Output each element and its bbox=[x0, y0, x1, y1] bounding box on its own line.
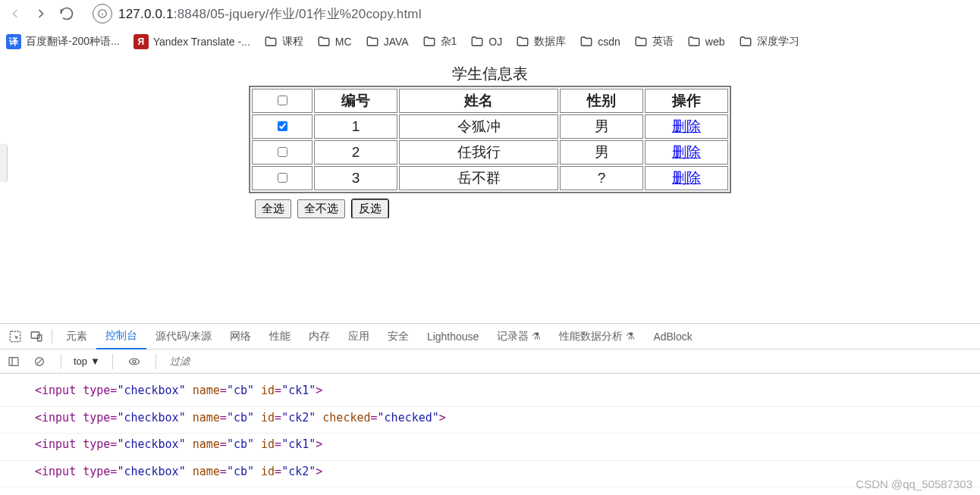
select-all-button[interactable]: 全选 bbox=[255, 199, 291, 218]
url-path: :8848/05-jquery/作业/01作业%20copy.html bbox=[174, 7, 422, 21]
bookmark-item[interactable]: web bbox=[687, 35, 725, 49]
bookmark-label: csdn bbox=[598, 36, 620, 48]
folder-icon bbox=[739, 35, 752, 49]
url-text[interactable]: 127.0.0.1:8848/05-jquery/作业/01作业%20copy.… bbox=[118, 5, 422, 23]
forward-icon[interactable] bbox=[32, 5, 50, 23]
folder-icon bbox=[366, 35, 379, 49]
cell-id: 2 bbox=[314, 140, 397, 164]
folder-icon bbox=[470, 35, 484, 49]
header-name: 姓名 bbox=[399, 89, 558, 113]
table-header-row: 编号 姓名 性别 操作 bbox=[252, 89, 728, 113]
cell-name: 岳不群 bbox=[399, 166, 558, 190]
bookmark-label: 英语 bbox=[652, 35, 674, 49]
invert-selection-button[interactable]: 反选 bbox=[352, 199, 388, 218]
bookmark-item[interactable]: 深度学习 bbox=[739, 35, 799, 49]
bookmark-item[interactable]: csdn bbox=[580, 35, 620, 49]
folder-icon bbox=[422, 35, 436, 49]
header-id: 编号 bbox=[314, 89, 397, 113]
cell-name: 令狐冲 bbox=[399, 114, 558, 139]
bookmark-label: 深度学习 bbox=[757, 35, 799, 49]
table-row: 1令狐冲男删除 bbox=[252, 114, 728, 139]
delete-link[interactable]: 删除 bbox=[672, 118, 701, 134]
bookmark-label: Yandex Translate -... bbox=[153, 36, 250, 48]
bookmark-item[interactable]: OJ bbox=[470, 35, 502, 49]
bookmark-item[interactable]: 课程 bbox=[264, 35, 303, 49]
folder-icon bbox=[580, 35, 593, 49]
url-host: 127.0.0.1 bbox=[118, 7, 174, 21]
row-checkbox[interactable] bbox=[278, 121, 287, 131]
reload-icon[interactable] bbox=[58, 5, 76, 23]
bookmark-item[interactable]: JAVA bbox=[366, 35, 409, 49]
header-op: 操作 bbox=[645, 89, 728, 113]
browser-toolbar: 127.0.0.1:8848/05-jquery/作业/01作业%20copy.… bbox=[0, 0, 980, 27]
left-edge-handle[interactable] bbox=[0, 144, 8, 182]
header-gender: 性别 bbox=[560, 89, 643, 113]
folder-icon bbox=[516, 35, 529, 49]
student-table: 编号 姓名 性别 操作 1令狐冲男删除2任我行男删除3岳不群?删除 bbox=[249, 86, 731, 193]
bookmark-item[interactable]: 英语 bbox=[634, 35, 674, 49]
bookmark-item[interactable]: MC bbox=[317, 35, 352, 49]
bookmark-favicon: 译 bbox=[6, 34, 21, 49]
bookmark-label: JAVA bbox=[384, 36, 409, 48]
delete-link[interactable]: 删除 bbox=[672, 170, 701, 186]
folder-icon bbox=[264, 35, 278, 49]
cell-id: 1 bbox=[314, 114, 397, 139]
table-row: 3岳不群?删除 bbox=[252, 166, 728, 190]
bookmark-label: MC bbox=[335, 36, 352, 48]
cell-name: 任我行 bbox=[399, 140, 558, 164]
cell-gender: 男 bbox=[560, 140, 643, 164]
bookmark-label: 数据库 bbox=[534, 35, 566, 49]
toolbar-fade bbox=[889, 0, 980, 27]
cell-id: 3 bbox=[314, 166, 397, 190]
folder-icon bbox=[687, 35, 701, 49]
site-info-icon[interactable] bbox=[93, 4, 112, 23]
row-checkbox[interactable] bbox=[278, 147, 287, 157]
table-row: 2任我行男删除 bbox=[252, 140, 728, 164]
bookmark-label: web bbox=[705, 36, 725, 48]
bookmark-item[interactable]: 数据库 bbox=[516, 35, 566, 49]
bookmark-label: 百度翻译-200种语... bbox=[26, 35, 120, 49]
delete-link[interactable]: 删除 bbox=[672, 144, 701, 160]
select-all-checkbox[interactable] bbox=[278, 96, 287, 105]
bookmark-item[interactable]: 译百度翻译-200种语... bbox=[6, 34, 120, 49]
cell-gender: ? bbox=[560, 166, 643, 190]
back-icon[interactable] bbox=[6, 5, 24, 23]
cell-gender: 男 bbox=[560, 114, 643, 139]
bookmark-item[interactable]: 杂1 bbox=[422, 35, 457, 49]
folder-icon bbox=[634, 35, 648, 49]
folder-icon bbox=[317, 35, 331, 49]
bookmark-item[interactable]: ЯYandex Translate -... bbox=[133, 34, 250, 49]
bookmark-favicon: Я bbox=[133, 34, 149, 49]
bookmarks-bar: 译百度翻译-200种语...ЯYandex Translate -...课程MC… bbox=[0, 27, 980, 56]
button-row: 全选 全不选 反选 bbox=[255, 199, 725, 218]
select-none-button[interactable]: 全不选 bbox=[297, 199, 345, 218]
bookmark-label: 杂1 bbox=[441, 35, 457, 49]
page-content: 学生信息表 编号 姓名 性别 操作 1令狐冲男删除2任我行男删除3岳不群?删除 … bbox=[0, 56, 980, 218]
bookmark-label: 课程 bbox=[282, 35, 303, 49]
bookmark-label: OJ bbox=[488, 36, 502, 48]
table-caption: 学生信息表 bbox=[0, 64, 980, 84]
row-checkbox[interactable] bbox=[278, 173, 287, 183]
